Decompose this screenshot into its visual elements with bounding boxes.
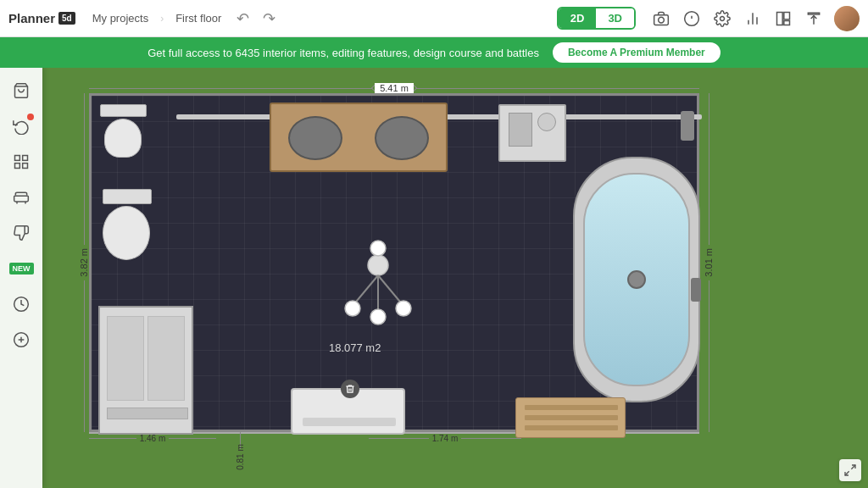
view-toggle: 2D 3D [557,7,636,30]
logo-suffix: 5d [58,12,75,25]
svg-point-30 [396,301,411,316]
layout-icon[interactable] [773,8,793,29]
dim-left-label: 3.82 m [79,245,89,280]
bench-shelf [303,418,396,426]
svg-rect-9 [777,12,783,25]
view-3d-button[interactable]: 3D [596,8,634,28]
svg-point-28 [370,241,386,256]
svg-point-1 [659,17,665,23]
dimension-right: 3.01 m [704,93,714,432]
nav-link-projects[interactable]: My projects [87,8,153,28]
dimension-top: 5.41 m [89,83,699,93]
bath-mat[interactable] [515,397,626,438]
svg-rect-14 [15,156,20,161]
rug-line-2 [525,415,618,420]
wardrobe[interactable] [98,306,193,435]
sidebar-item-plus[interactable] [5,324,37,356]
promo-text: Get full access to 6435 interior items, … [147,47,539,59]
dim-bottom-left-label: 1.46 m [136,434,170,443]
nav-link-floor[interactable]: First floor [170,8,226,28]
svg-line-33 [845,471,849,475]
left-sidebar: NEW [0,68,42,488]
logo-text: Planner [8,11,55,25]
sidebar-item-dislike[interactable] [5,217,37,249]
rug-line-1 [525,405,618,410]
dimension-bottom-small: 0.81 m [214,432,265,462]
svg-rect-16 [15,164,20,169]
rug-line-3 [525,425,618,430]
bathtub-faucet [691,278,701,302]
bathtub-water [583,173,690,386]
bathtub[interactable] [573,157,700,402]
nav-icon-group [651,6,860,31]
svg-point-29 [345,301,360,316]
dim-bottom-right-label: 1.74 m [429,434,462,443]
dim-small-label: 0.81 m [235,444,244,470]
new-badge: NEW [9,263,34,274]
main-canvas-area: NEW 5.41 m [0,68,868,488]
info-icon[interactable] [682,8,702,29]
avatar[interactable] [834,6,860,31]
sidebar-item-cart[interactable] [5,75,37,107]
shower-fixture [681,111,694,141]
cabinet-top-right[interactable] [498,104,566,162]
svg-rect-15 [23,156,28,161]
app-logo[interactable]: Planner 5d [8,11,75,25]
svg-rect-17 [23,164,28,169]
svg-rect-11 [784,20,790,25]
settings-icon[interactable] [712,8,732,29]
sink-left [288,116,342,160]
sidebar-item-layers[interactable] [5,146,37,178]
floor-plan[interactable]: 5.41 m [47,76,776,458]
redo-button[interactable]: ↷ [259,8,279,30]
delete-icon[interactable] [341,380,359,398]
svg-rect-10 [784,12,790,19]
svg-point-24 [368,255,388,275]
toilet-2[interactable] [98,189,156,265]
toilet-1[interactable] [100,104,147,159]
area-label: 18.077 m2 [329,341,381,354]
dimension-bottom-left: 1.46 m [89,434,216,443]
dim-right-label: 3.01 m [704,245,714,280]
svg-line-32 [851,465,855,469]
svg-point-31 [370,309,386,324]
share-icon[interactable] [804,8,824,29]
view-2d-button[interactable]: 2D [559,8,597,28]
rotate-badge [27,114,34,120]
sidebar-item-new[interactable]: NEW [5,252,37,285]
undo-button[interactable]: ↶ [233,8,253,30]
promo-banner: Get full access to 6435 interior items, … [0,37,868,68]
wardrobe-right-door [147,316,185,401]
camera-icon[interactable] [651,8,671,29]
svg-point-5 [721,16,725,20]
sidebar-item-furniture[interactable] [5,181,37,214]
sink-right [375,116,429,160]
avatar-image [834,6,860,31]
wardrobe-shelf [107,408,188,419]
become-premium-button[interactable]: Become A Premium Member [553,42,721,63]
dimension-bottom-right: 1.74 m [369,434,521,443]
bathtub-drain [627,270,646,289]
wardrobe-left-door [107,316,144,401]
sidebar-item-rotate[interactable] [5,110,37,142]
dimension-left: 3.82 m [79,93,89,432]
sidebar-item-recent[interactable] [5,288,37,320]
vanity-double[interactable] [270,103,448,172]
chandelier[interactable] [327,221,429,340]
stats-icon[interactable] [743,8,763,29]
room[interactable]: 18.077 m2 [89,93,699,432]
expand-button[interactable] [839,459,861,481]
top-navigation: Planner 5d My projects › First floor ↶ ↷… [0,0,868,37]
dim-top-label: 5.41 m [375,83,414,93]
